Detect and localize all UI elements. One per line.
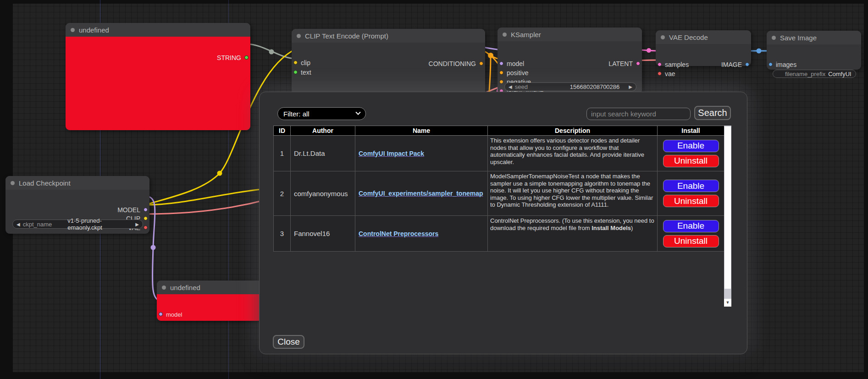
description-bold-text: Install Models bbox=[592, 225, 631, 231]
node-status-dot-icon bbox=[162, 286, 166, 290]
extension-link[interactable]: ComfyUI_experiments/sampler_tonemap bbox=[359, 190, 483, 197]
node-status-dot-icon bbox=[772, 36, 776, 40]
slot-dot[interactable] bbox=[636, 61, 640, 66]
node-header[interactable]: Save Image bbox=[767, 31, 861, 44]
header-install: Install bbox=[658, 126, 724, 136]
slot-dot[interactable] bbox=[658, 62, 662, 66]
output-slot-latent[interactable]: LATENT bbox=[608, 60, 642, 67]
node-title: Load Checkpoint bbox=[19, 179, 71, 187]
node-status-dot-icon bbox=[297, 34, 301, 38]
extension-link[interactable]: ComfyUI Impact Pack bbox=[359, 150, 424, 157]
table-row: 2 comfyanonymous ComfyUI_experiments/sam… bbox=[274, 171, 724, 216]
widget-prev-icon[interactable]: ◀ bbox=[509, 84, 512, 89]
widget-label: seed bbox=[515, 83, 528, 90]
node-load-checkpoint[interactable]: Load Checkpoint MODEL CLIP VAE ◀ ckpt_na… bbox=[6, 176, 149, 234]
reroute-dot bbox=[269, 49, 274, 55]
node-header[interactable]: VAE Decode bbox=[656, 30, 751, 44]
node-header[interactable]: undefined bbox=[157, 280, 262, 294]
slot-dot[interactable] bbox=[293, 60, 298, 65]
widget-label: filename_prefix bbox=[785, 71, 825, 77]
enable-button[interactable]: Enable bbox=[663, 180, 719, 192]
reroute-dot bbox=[647, 48, 651, 53]
filename-prefix-widget[interactable]: filename_prefix ComfyUI bbox=[773, 70, 856, 78]
slot-label: MODEL bbox=[117, 206, 140, 214]
node-title: undefined bbox=[79, 26, 109, 34]
extension-link[interactable]: ControlNet Preprocessors bbox=[359, 230, 438, 237]
table-row: 3 Fannovel16 ControlNet Preprocessors Co… bbox=[274, 216, 724, 252]
input-slot-clip[interactable]: clip bbox=[292, 60, 310, 66]
description-text: ) bbox=[631, 225, 633, 231]
close-button[interactable]: Close bbox=[273, 335, 304, 349]
node-save-image[interactable]: Save Image images filename_prefix ComfyU… bbox=[767, 31, 861, 70]
input-slot-text[interactable]: text bbox=[292, 69, 311, 76]
slot-dot[interactable] bbox=[499, 61, 503, 66]
scrollbar[interactable]: ▼ bbox=[724, 126, 731, 307]
node-header[interactable]: Load Checkpoint bbox=[6, 176, 149, 190]
scrollbar-thumb[interactable] bbox=[724, 126, 731, 289]
seed-widget[interactable]: ◀ seed 156680208700286 ▶ bbox=[504, 82, 636, 91]
input-slot-model[interactable]: model bbox=[157, 311, 182, 318]
slot-label: positive bbox=[507, 69, 528, 77]
slot-dot[interactable] bbox=[768, 62, 773, 66]
reroute-dot bbox=[757, 49, 762, 54]
slot-dot[interactable] bbox=[745, 62, 749, 66]
node-status-dot-icon bbox=[71, 28, 75, 32]
slot-dot[interactable] bbox=[159, 312, 163, 316]
widget-next-icon[interactable]: ▶ bbox=[629, 84, 632, 89]
slot-dot[interactable] bbox=[144, 225, 148, 230]
slot-dot[interactable] bbox=[293, 70, 298, 74]
header-author: Author bbox=[291, 126, 355, 136]
widget-value: 156680208700286 bbox=[570, 83, 619, 90]
uninstall-button[interactable]: Uninstall bbox=[663, 155, 719, 167]
input-slot-vae[interactable]: vae bbox=[656, 71, 675, 77]
node-title: undefined bbox=[170, 284, 200, 291]
slot-dot[interactable] bbox=[658, 71, 662, 76]
input-slot-images[interactable]: images bbox=[767, 61, 796, 68]
slot-label: model bbox=[507, 60, 524, 67]
node-vae-decode[interactable]: VAE Decode samples vae IMAGE bbox=[656, 30, 751, 66]
ckpt-name-widget[interactable]: ◀ ckpt_name v1-5-pruned-emaonly.ckpt ▶ bbox=[12, 220, 143, 229]
input-slot-samples[interactable]: samples bbox=[656, 61, 689, 68]
enable-button[interactable]: Enable bbox=[663, 220, 719, 232]
enable-button[interactable]: Enable bbox=[663, 140, 719, 152]
slot-dot[interactable] bbox=[244, 55, 249, 60]
output-slot-string[interactable]: STRING bbox=[217, 55, 250, 61]
custom-nodes-dialog: Filter: all Search ID Author Name Descri… bbox=[259, 92, 747, 354]
node-header[interactable]: CLIP Text Encode (Prompt) bbox=[292, 29, 485, 43]
slot-label: vae bbox=[665, 70, 675, 77]
slot-dot[interactable] bbox=[144, 208, 148, 212]
cell-id: 3 bbox=[274, 216, 291, 252]
header-id: ID bbox=[274, 126, 291, 136]
widget-prev-icon[interactable]: ◀ bbox=[17, 222, 20, 227]
node-undefined-bottom[interactable]: undefined model bbox=[157, 280, 262, 321]
node-undefined-top[interactable]: undefined STRING bbox=[66, 23, 250, 130]
output-slot-image[interactable]: IMAGE bbox=[721, 61, 751, 68]
node-status-dot-icon bbox=[11, 181, 15, 185]
node-ksampler[interactable]: KSampler model positive negative latent_… bbox=[498, 27, 642, 94]
output-slot-conditioning[interactable]: CONDITIONING bbox=[429, 60, 485, 67]
uninstall-button[interactable]: Uninstall bbox=[663, 235, 719, 247]
slot-dot[interactable] bbox=[144, 216, 148, 220]
reroute-dot bbox=[151, 245, 156, 250]
node-header[interactable]: undefined bbox=[66, 23, 250, 37]
input-slot-model[interactable]: model bbox=[498, 60, 524, 67]
filter-dropdown[interactable]: Filter: all bbox=[277, 107, 366, 120]
scroll-down-icon[interactable]: ▼ bbox=[724, 299, 731, 307]
search-input[interactable] bbox=[586, 108, 691, 120]
node-clip-text-encode[interactable]: CLIP Text Encode (Prompt) clip text COND… bbox=[292, 29, 485, 98]
uninstall-button[interactable]: Uninstall bbox=[663, 195, 719, 207]
slot-label: IMAGE bbox=[721, 61, 742, 68]
slot-dot[interactable] bbox=[499, 80, 503, 84]
reroute-dot bbox=[217, 171, 222, 176]
slot-label: text bbox=[301, 69, 311, 76]
search-button[interactable]: Search bbox=[694, 106, 731, 120]
header-name: Name bbox=[355, 126, 488, 136]
slot-dot[interactable] bbox=[479, 61, 483, 66]
output-slot-model[interactable]: MODEL bbox=[117, 207, 149, 213]
extension-table-scroll-area: ID Author Name Description Install 1 Dr.… bbox=[273, 126, 731, 307]
node-header[interactable]: KSampler bbox=[498, 27, 642, 41]
input-slot-positive[interactable]: positive bbox=[498, 70, 528, 76]
node-title: CLIP Text Encode (Prompt) bbox=[305, 32, 388, 40]
widget-next-icon[interactable]: ▶ bbox=[135, 222, 139, 227]
slot-dot[interactable] bbox=[499, 71, 503, 75]
